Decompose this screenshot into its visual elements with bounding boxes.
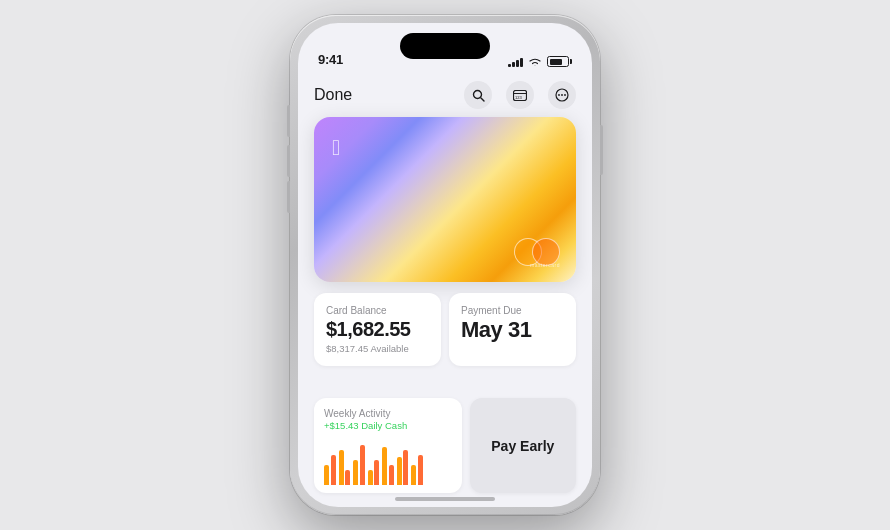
search-icon [472, 89, 485, 102]
activity-label: Weekly Activity [324, 408, 452, 419]
bar-3-0 [368, 470, 373, 485]
status-icons [508, 56, 572, 67]
bar-group-0 [324, 455, 336, 485]
status-time: 9:41 [318, 52, 343, 67]
done-button[interactable]: Done [314, 86, 352, 104]
svg-point-6 [558, 94, 560, 96]
battery-tip [570, 59, 572, 64]
payment-card: Payment Due May 31 [449, 293, 576, 366]
more-icon [555, 88, 569, 102]
battery-fill [550, 59, 563, 65]
bar-5-1 [403, 450, 408, 485]
svg-line-1 [481, 98, 484, 101]
chart-area [324, 437, 452, 485]
dynamic-island [400, 33, 490, 59]
bar-1-0 [339, 450, 344, 485]
svg-point-8 [564, 94, 566, 96]
bar-0-1 [331, 455, 336, 485]
wifi-icon [528, 57, 542, 67]
pay-early-label: Pay Early [491, 438, 554, 454]
bar-6-1 [418, 455, 423, 485]
bar-0-0 [324, 465, 329, 485]
svg-point-7 [561, 94, 563, 96]
bar-4-0 [382, 447, 387, 485]
payment-label: Payment Due [461, 305, 564, 316]
bottom-row: Weekly Activity +$15.43 Daily Cash Pay E… [314, 398, 576, 493]
battery-icon [547, 56, 572, 67]
mastercard-text: mastercard [530, 262, 560, 268]
bar-group-1 [339, 450, 351, 485]
bar-2-0 [353, 460, 358, 485]
card-view-button[interactable]: 123 [506, 81, 534, 109]
apple-logo-icon:  [332, 135, 340, 161]
balance-amount: $1,682.55 [326, 318, 429, 340]
phone-wrapper: 9:41 [290, 15, 600, 515]
bar-group-4 [382, 447, 394, 485]
signal-bar-1 [508, 64, 511, 67]
balance-available: $8,317.45 Available [326, 343, 429, 354]
pay-early-button[interactable]: Pay Early [470, 398, 576, 493]
more-button[interactable] [548, 81, 576, 109]
bar-1-1 [345, 470, 350, 485]
activity-card: Weekly Activity +$15.43 Daily Cash [314, 398, 462, 493]
signal-bar-4 [520, 58, 523, 67]
phone-screen: 9:41 [298, 23, 592, 507]
phone-shell: 9:41 [290, 15, 600, 515]
balance-label: Card Balance [326, 305, 429, 316]
bar-6-0 [411, 465, 416, 485]
bar-group-2 [353, 445, 365, 485]
bar-3-1 [374, 460, 379, 485]
battery-body [547, 56, 569, 67]
bar-4-1 [389, 465, 394, 485]
bar-group-6 [411, 455, 423, 485]
bar-5-0 [397, 457, 402, 485]
nav-icons: 123 [464, 81, 576, 109]
info-row: Card Balance $1,682.55 $8,317.45 Availab… [314, 293, 576, 366]
signal-bar-3 [516, 60, 519, 67]
card-icon: 123 [513, 90, 527, 101]
bar-2-1 [360, 445, 365, 485]
payment-date: May 31 [461, 318, 564, 342]
signal-bars-icon [508, 57, 523, 67]
mastercard-logo: mastercard [514, 238, 560, 266]
card-gradient:  mastercard [314, 117, 576, 282]
activity-cash: +$15.43 Daily Cash [324, 420, 452, 431]
bar-group-5 [397, 450, 409, 485]
bar-group-3 [368, 460, 380, 485]
home-indicator [395, 497, 495, 501]
search-button[interactable] [464, 81, 492, 109]
signal-bar-2 [512, 62, 515, 67]
svg-point-0 [473, 90, 481, 98]
apple-card:  mastercard [314, 117, 576, 282]
nav-bar: Done 123 [298, 73, 592, 117]
svg-text:123: 123 [515, 94, 522, 99]
balance-card: Card Balance $1,682.55 $8,317.45 Availab… [314, 293, 441, 366]
